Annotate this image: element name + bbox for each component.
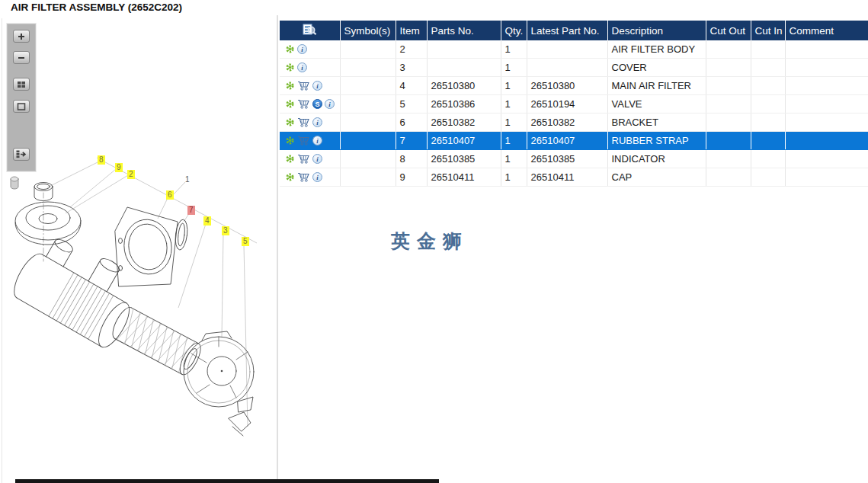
cell-latest-part-no[interactable]: 26510382 [527,114,607,132]
cart-icon[interactable] [297,172,310,182]
gear-icon[interactable] [285,81,295,91]
callout-5[interactable]: 5 [242,237,249,246]
col-header-comment[interactable]: Comment [785,21,868,40]
part-bracket[interactable] [115,207,178,286]
cell-comment[interactable] [785,132,868,150]
cell-cut-out[interactable] [706,114,751,132]
cell-qty[interactable]: 1 [501,114,527,132]
cart-icon[interactable] [297,81,310,91]
cell-qty[interactable]: 1 [501,168,527,187]
cell-item[interactable]: 2 [396,40,427,59]
cell-cut-in[interactable] [751,95,785,114]
col-header-qty[interactable]: Qty. [501,21,527,40]
cell-symbols[interactable] [340,114,396,132]
cell-cut-in[interactable] [751,40,785,59]
cell-cut-out[interactable] [706,95,751,114]
col-header-latest-part-no[interactable]: Latest Part No. [527,21,607,40]
cell-item[interactable]: 8 [396,150,427,168]
info-icon[interactable]: i [325,99,335,109]
callout-6[interactable]: 6 [166,190,174,200]
cell-parts-no[interactable] [427,59,501,77]
panel-divider[interactable] [277,15,278,483]
cell-cut-out[interactable] [706,40,751,59]
cell-qty[interactable]: 1 [501,77,527,95]
cell-symbols[interactable] [340,40,396,59]
gear-icon[interactable] [285,136,295,146]
special-icon[interactable]: S [312,99,322,109]
col-header-item[interactable]: Item [396,21,427,40]
cell-description[interactable]: INDICATOR [607,150,706,168]
cell-cut-in[interactable] [751,114,785,132]
cell-parts-no[interactable]: 26510382 [427,114,501,132]
cell-symbols[interactable] [340,59,396,77]
table-row[interactable]: i31COVER [280,59,868,77]
cell-parts-no[interactable]: 26510407 [427,132,501,150]
table-row[interactable]: i626510382126510382BRACKET [280,114,868,132]
gear-icon[interactable] [285,154,295,164]
panel-toggle-button[interactable] [13,148,30,161]
info-icon[interactable]: i [312,136,322,146]
tile-view-button[interactable] [13,78,30,91]
cell-parts-no[interactable]: 26510411 [427,168,501,187]
table-row[interactable]: Si526510386126510194VALVE [280,95,868,114]
cell-comment[interactable] [785,77,868,95]
cell-cut-in[interactable] [751,59,785,77]
info-icon[interactable]: i [312,117,322,127]
cell-comment[interactable] [785,114,868,132]
cell-cut-out[interactable] [706,168,751,187]
cell-symbols[interactable] [340,168,396,187]
cell-latest-part-no[interactable]: 26510385 [527,150,607,168]
part-pin[interactable] [11,177,18,189]
part-cover-disc[interactable] [15,202,81,245]
cell-description[interactable]: MAIN AIR FILTER [607,77,706,95]
cell-item[interactable]: 7 [396,132,427,150]
cell-symbols[interactable] [340,77,396,95]
cell-symbols[interactable] [340,95,396,114]
info-icon[interactable]: i [312,81,322,91]
cell-cut-out[interactable] [706,150,751,168]
cell-comment[interactable] [785,150,868,168]
table-row[interactable]: i726510407126510407RUBBER STRAP [280,132,868,150]
part-end-cover[interactable] [184,331,254,436]
callout-9[interactable]: 9 [115,163,123,172]
cell-item[interactable]: 3 [396,59,427,77]
cell-description[interactable]: AIR FILTER BODY [607,40,706,59]
cart-icon[interactable] [297,154,310,164]
col-header-cut-in[interactable]: Cut In [751,21,785,40]
cell-description[interactable]: VALVE [607,95,706,114]
cell-qty[interactable]: 1 [501,132,527,150]
cell-qty[interactable]: 1 [501,150,527,168]
callout-2[interactable]: 2 [127,170,135,179]
cart-icon[interactable] [297,117,310,127]
cell-qty[interactable]: 1 [501,95,527,114]
table-row[interactable]: i21AIR FILTER BODY [280,40,868,59]
col-header-search[interactable] [280,21,340,40]
cell-cut-out[interactable] [706,59,751,77]
cell-parts-no[interactable]: 26510385 [427,150,501,168]
cell-comment[interactable] [785,168,868,187]
gear-icon[interactable] [285,44,295,54]
fit-view-button[interactable] [13,100,30,113]
table-row[interactable]: i926510411126510411CAP [280,168,868,187]
callout-7[interactable]: 7 [187,206,195,215]
cell-cut-out[interactable] [706,132,751,150]
cell-description[interactable]: COVER [607,59,706,77]
cell-latest-part-no[interactable]: 26510411 [527,168,607,187]
cell-parts-no[interactable]: 26510380 [427,77,501,95]
cell-item[interactable]: 5 [396,95,427,114]
cell-comment[interactable] [785,40,868,59]
gear-icon[interactable] [285,172,295,182]
cell-description[interactable]: BRACKET [607,114,706,132]
cell-parts-no[interactable] [427,40,501,59]
zoom-in-button[interactable] [13,30,30,43]
col-header-description[interactable]: Description [607,21,706,40]
col-header-cut-out[interactable]: Cut Out [706,21,751,40]
cell-comment[interactable] [785,95,868,114]
callout-4[interactable]: 4 [203,216,211,226]
cell-comment[interactable] [785,59,868,77]
cell-cut-in[interactable] [751,168,785,187]
cell-cut-in[interactable] [751,132,785,150]
cart-icon[interactable] [297,99,310,109]
cell-cut-in[interactable] [751,150,785,168]
cell-item[interactable]: 4 [396,77,427,95]
